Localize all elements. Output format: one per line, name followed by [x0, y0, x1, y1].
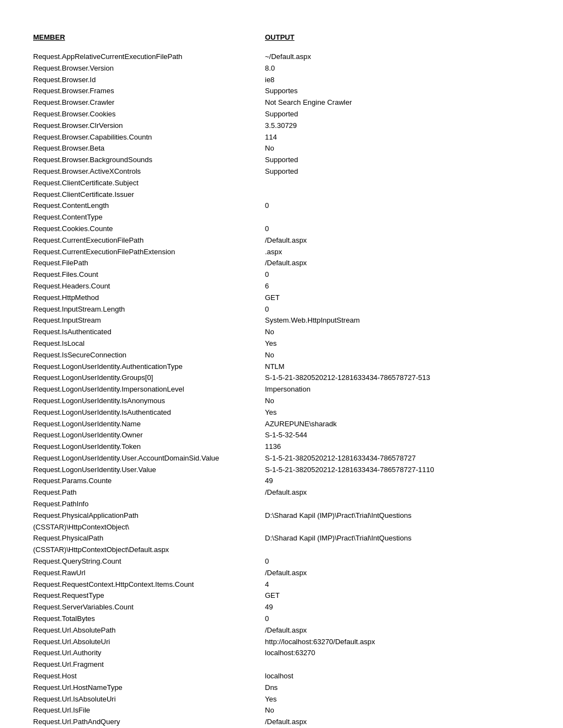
- table-row: Request.Url.HostNameTypeDns: [33, 682, 530, 694]
- table-row: Request.Browser.FramesSupportes: [33, 85, 530, 97]
- table-row: Request.Url.AbsolutePath/Default.aspx: [33, 625, 530, 636]
- member-cell: Request.Url.IsFile: [33, 705, 265, 716]
- member-cell: Request.InputStream: [33, 315, 265, 326]
- table-row: Request.ServerVariables.Count49: [33, 602, 530, 613]
- table-row: Request.Browser.ClrVersion3.5.30729: [33, 120, 530, 132]
- output-cell: No: [265, 143, 274, 154]
- table-row: Request.ContentType: [33, 212, 530, 223]
- table-row: Request.LogonUserIdentity.IsAuthenticate…: [33, 407, 530, 419]
- table-row: Request.Path/Default.aspx: [33, 487, 530, 499]
- member-cell: Request.Browser.Crawler: [33, 97, 265, 109]
- output-cell: NTLM: [265, 361, 284, 373]
- output-cell: D:\Sharad Kapil (IMP)\Pract\Trial\IntQue…: [265, 510, 411, 522]
- table-row: Request.AppRelativeCurrentExecutionFileP…: [33, 51, 530, 63]
- table-row: Request.Url.Authoritylocalhost:63270: [33, 647, 530, 659]
- table-row: Request.Url.IsAbsoluteUriYes: [33, 694, 530, 705]
- member-cell: Request.InputStream.Length: [33, 304, 265, 315]
- output-cell: D:\Sharad Kapil (IMP)\Pract\Trial\IntQue…: [265, 533, 411, 544]
- member-cell: Request.ClientCertificate.Issuer: [33, 189, 265, 201]
- member-cell: Request.RawUrl: [33, 568, 265, 579]
- member-cell: Request.Url.AbsoluteUri: [33, 636, 265, 648]
- member-cell: Request.Browser.ClrVersion: [33, 120, 265, 132]
- member-cell: Request.ServerVariables.Count: [33, 602, 265, 613]
- output-cell: S-1-5-21-3820520212-1281633434-786578727: [265, 453, 416, 464]
- member-cell: Request.LogonUserIdentity.Token: [33, 441, 265, 453]
- output-cell: 1136: [265, 441, 281, 453]
- output-cell: Yes: [265, 338, 277, 350]
- member-cell: Request.AppRelativeCurrentExecutionFileP…: [33, 51, 265, 63]
- table-row: Request.Url.IsFileNo: [33, 705, 530, 716]
- member-cell: Request.Browser.Cookies: [33, 109, 265, 120]
- member-cell: (CSSTAR)\HttpContextObject\Default.aspx: [33, 544, 265, 556]
- member-cell: Request.CurrentExecutionFilePathExtensio…: [33, 247, 265, 258]
- table-row: Request.PathInfo: [33, 499, 530, 510]
- output-cell: Supported: [265, 166, 298, 178]
- table-row: Request.RawUrl/Default.aspx: [33, 568, 530, 579]
- member-cell: Request.Browser.Capabilities.Countn: [33, 132, 265, 143]
- output-cell: 6: [265, 281, 269, 292]
- output-cell: /Default.aspx: [265, 235, 307, 247]
- member-cell: Request.FilePath: [33, 258, 265, 269]
- output-cell: 3.5.30729: [265, 120, 297, 132]
- output-cell: GET: [265, 590, 280, 602]
- member-cell: Request.Browser.Frames: [33, 85, 265, 97]
- output-cell: Not Search Engine Crawler: [265, 97, 352, 109]
- output-cell: No: [265, 705, 274, 716]
- table-row: Request.Headers.Count6: [33, 281, 530, 292]
- member-cell: Request.PhysicalApplicationPath: [33, 510, 265, 522]
- table-row: Request.Browser.Version8.0: [33, 63, 530, 74]
- member-cell: Request.Host: [33, 671, 265, 682]
- output-cell: /Default.aspx: [265, 625, 307, 636]
- output-cell: /Default.aspx: [265, 716, 307, 728]
- member-cell: Request.Url.Authority: [33, 647, 265, 659]
- member-header: MEMBER: [33, 33, 265, 41]
- output-cell: No: [265, 395, 274, 407]
- member-cell: Request.IsAuthenticated: [33, 326, 265, 338]
- member-cell: Request.Browser.Version: [33, 63, 265, 74]
- table-row: Request.CurrentExecutionFilePath/Default…: [33, 235, 530, 247]
- table-row: Request.LogonUserIdentity.Groups[0]S-1-5…: [33, 372, 530, 384]
- table-row: Request.LogonUserIdentity.IsAnonymousNo: [33, 395, 530, 407]
- member-cell: Request.LogonUserIdentity.User.Value: [33, 464, 265, 476]
- member-cell: Request.IsLocal: [33, 338, 265, 350]
- member-cell: Request.LogonUserIdentity.IsAuthenticate…: [33, 407, 265, 419]
- table-row: Request.Browser.CookiesSupported: [33, 109, 530, 120]
- table-row: (CSSTAR)\HttpContextObject\Default.aspx: [33, 544, 530, 556]
- table-row: Request.IsAuthenticatedNo: [33, 326, 530, 338]
- member-cell: Request.ContentType: [33, 212, 265, 223]
- output-cell: S-1-5-32-544: [265, 430, 307, 441]
- output-header: OUTPUT: [265, 33, 294, 41]
- output-cell: S-1-5-21-3820520212-1281633434-786578727…: [265, 464, 434, 476]
- member-cell: Request.Url.HostNameType: [33, 682, 265, 694]
- table-row: Request.ContentLength0: [33, 200, 530, 212]
- member-cell: Request.Browser.Id: [33, 74, 265, 86]
- table-row: Request.LogonUserIdentity.NameAZUREPUNE\…: [33, 419, 530, 430]
- output-cell: No: [265, 326, 274, 338]
- output-cell: Dns: [265, 682, 278, 694]
- member-cell: Request.Browser.Beta: [33, 143, 265, 154]
- member-cell: Request.Path: [33, 487, 265, 499]
- output-cell: S-1-5-21-3820520212-1281633434-786578727…: [265, 372, 430, 384]
- member-cell: Request.LogonUserIdentity.Groups[0]: [33, 372, 265, 384]
- output-cell: 0: [265, 304, 269, 315]
- table-row: Request.TotalBytes0: [33, 613, 530, 625]
- output-cell: 0: [265, 613, 269, 625]
- output-cell: /Default.aspx: [265, 258, 307, 269]
- table-row: Request.IsLocalYes: [33, 338, 530, 350]
- output-cell: No: [265, 350, 274, 361]
- member-cell: Request.PhysicalPath: [33, 533, 265, 544]
- table-row: Request.RequestTypeGET: [33, 590, 530, 602]
- member-cell: Request.LogonUserIdentity.Owner: [33, 430, 265, 441]
- output-cell: AZUREPUNE\sharadk: [265, 419, 337, 430]
- member-cell: Request.Cookies.Counte: [33, 223, 265, 235]
- table-row: Request.LogonUserIdentity.Authentication…: [33, 361, 530, 373]
- table-row: Request.InputStreamSystem.Web.HttpInputS…: [33, 315, 530, 326]
- member-cell: Request.Url.PathAndQuery: [33, 716, 265, 728]
- member-cell: Request.TotalBytes: [33, 613, 265, 625]
- member-cell: Request.CurrentExecutionFilePath: [33, 235, 265, 247]
- output-cell: GET: [265, 292, 280, 304]
- output-cell: Yes: [265, 407, 277, 419]
- output-cell: 4: [265, 579, 269, 591]
- output-cell: .aspx: [265, 247, 282, 258]
- table-row: Request.Url.PathAndQuery/Default.aspx: [33, 716, 530, 728]
